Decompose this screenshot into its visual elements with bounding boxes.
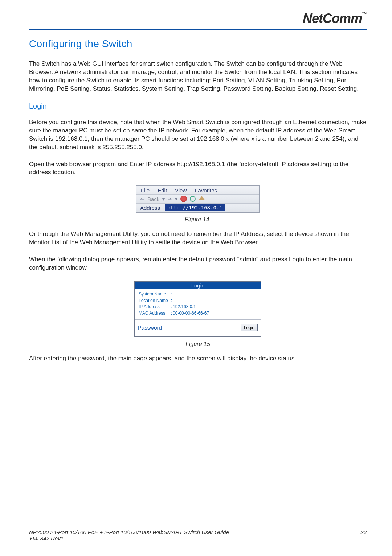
login-paragraph-2: Open the web browser program and Enter I… (29, 160, 367, 177)
home-icon[interactable] (199, 196, 205, 200)
menu-view[interactable]: View (175, 187, 187, 193)
figure-14: File Edit View Favorites ⇦ Back ▾ ➔ ▾ Ad… (29, 185, 367, 213)
browser-toolbar-mock: File Edit View Favorites ⇦ Back ▾ ➔ ▾ Ad… (136, 185, 260, 213)
row-location-name: Location Name : (139, 298, 209, 304)
figure-15-caption: Figure 15 (29, 341, 367, 347)
menu-favorites[interactable]: Favorites (195, 187, 217, 193)
dropdown-caret-icon: ▾ (175, 196, 177, 202)
login-dialog: Login System Name : Location Name : IP A… (134, 281, 261, 337)
menu-file[interactable]: File (141, 187, 150, 193)
password-input[interactable] (166, 324, 237, 331)
browser-tool-row: ⇦ Back ▾ ➔ ▾ (136, 195, 259, 204)
brand-logo: NetComm™ (303, 11, 367, 26)
mac-address-label: MAC Address (139, 311, 170, 316)
figure-14-caption: Figure 14. (29, 216, 367, 223)
back-button[interactable]: Back (147, 196, 159, 202)
footer-doc-id: YML842 Rev1 (29, 535, 229, 541)
row-ip-address: IP Address : 192.168.0.1 (139, 304, 209, 310)
figure-15: Login System Name : Location Name : IP A… (29, 281, 367, 337)
address-label: Address (140, 205, 160, 211)
address-row: Address http://192.168.0.1 (136, 204, 259, 212)
before-fig15-paragraph: When the following dialog page appears, … (29, 255, 367, 272)
password-label: Password (138, 324, 162, 331)
page-footer: NP2500 24-Port 10/100 PoE + 2-Port 10/10… (29, 527, 367, 541)
header-rule (29, 29, 367, 30)
menu-edit[interactable]: Edit (158, 187, 167, 193)
ip-address-label: IP Address (139, 304, 170, 310)
refresh-icon[interactable] (190, 196, 196, 202)
location-name-value (173, 298, 209, 304)
after-fig14-paragraph: Or through the Web Management Utility, y… (29, 230, 367, 247)
login-paragraph-1: Before you configure this device, note t… (29, 118, 367, 152)
brand-name: NetComm (303, 11, 362, 26)
dropdown-caret-icon: ▾ (162, 196, 165, 202)
login-dialog-title: Login (135, 282, 261, 289)
intro-paragraph: The Switch has a Web GUI interface for s… (29, 60, 367, 93)
back-arrow-icon: ⇦ (140, 196, 144, 202)
mac-address-value: 00-00-00-66-66-67 (173, 311, 209, 316)
login-button[interactable]: Login (241, 324, 258, 331)
footer-guide-title: NP2500 24-Port 10/100 PoE + 2-Port 10/10… (29, 529, 229, 535)
address-url[interactable]: http://192.168.0.1 (165, 204, 225, 211)
system-name-label: System Name (139, 291, 170, 297)
after-fig15-paragraph: After entering the password, the main pa… (29, 355, 367, 363)
login-password-row: Password Login (135, 320, 261, 336)
login-heading: Login (29, 102, 367, 110)
ip-address-value: 192.168.0.1 (173, 304, 209, 310)
footer-page-number: 23 (360, 529, 367, 541)
browser-menu-bar: File Edit View Favorites (136, 186, 259, 195)
location-name-label: Location Name (139, 298, 170, 304)
forward-arrow-icon[interactable]: ➔ (168, 196, 172, 202)
system-name-value (173, 291, 209, 297)
login-info-panel: System Name : Location Name : IP Address… (135, 289, 261, 319)
row-mac-address: MAC Address : 00-00-00-66-66-67 (139, 311, 209, 316)
page-title: Configuring the Switch (29, 38, 367, 50)
row-system-name: System Name : (139, 291, 209, 297)
brand-tm: ™ (362, 11, 367, 17)
stop-icon[interactable] (180, 196, 187, 202)
